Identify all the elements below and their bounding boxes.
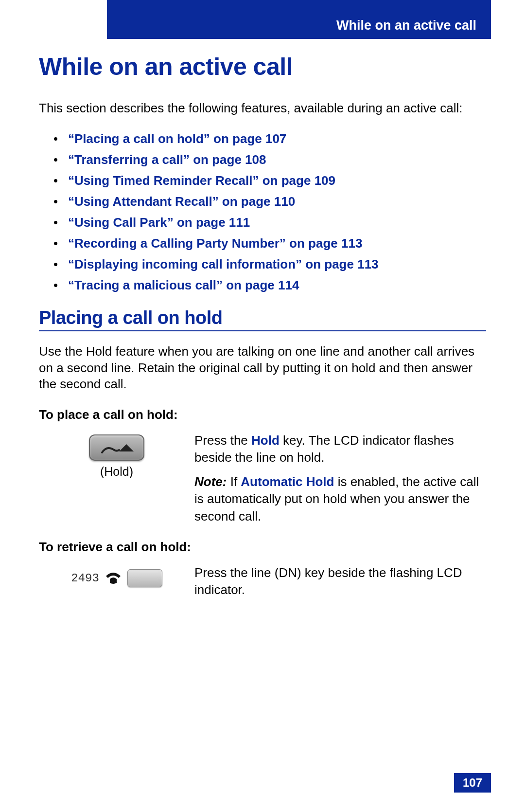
toc-link[interactable]: “Transferring a call” on page 108 <box>53 152 486 167</box>
toc-link[interactable]: “Displaying incoming call information” o… <box>53 257 486 272</box>
retrieve-heading: To retrieve a call on hold: <box>39 540 486 555</box>
page-number: 107 <box>454 773 491 793</box>
page-title: While on an active call <box>39 53 486 81</box>
hold-key-illustration: (Hold) <box>39 432 194 479</box>
dn-number: 2493 <box>71 572 99 585</box>
section-heading: Placing a call on hold <box>39 307 486 331</box>
hold-key-icon <box>89 434 144 461</box>
place-heading: To place a call on hold: <box>39 407 486 422</box>
toc-link[interactable]: “Using Call Park” on page 111 <box>53 215 486 230</box>
place-text: Press the Hold key. The LCD indicator fl… <box>194 432 486 524</box>
dn-key-illustration: 2493 <box>39 564 194 587</box>
retrieve-text: Press the line (DN) key beside the flash… <box>194 564 486 598</box>
toc-link[interactable]: “Recording a Calling Party Number” on pa… <box>53 236 486 251</box>
toc-link[interactable]: “Tracing a malicious call” on page 114 <box>53 278 486 293</box>
place-text-pre: Press the <box>194 433 251 448</box>
toc-links: “Placing a call on hold” on page 107 “Tr… <box>39 131 486 293</box>
auto-hold-keyword: Automatic Hold <box>241 474 334 489</box>
dn-key-icon <box>127 569 162 587</box>
hold-caption: (Hold) <box>39 465 194 479</box>
page-content: While on an active call This section des… <box>39 53 486 613</box>
toc-link[interactable]: “Using Attendant Recall” on page 110 <box>53 194 486 209</box>
toc-link[interactable]: “Placing a call on hold” on page 107 <box>53 131 486 146</box>
hold-glyph-icon <box>90 435 143 460</box>
phone-icon <box>105 571 122 585</box>
intro-text: This section describes the following fea… <box>39 100 486 117</box>
header-tab: While on an active call <box>107 0 491 39</box>
hold-keyword: Hold <box>251 433 280 448</box>
header-tab-title: While on an active call <box>336 18 476 33</box>
note-label: Note: <box>194 474 227 489</box>
place-note: Note: If Automatic Hold is enabled, the … <box>194 473 486 524</box>
toc-link[interactable]: “Using Timed Reminder Recall” on page 10… <box>53 173 486 188</box>
section-para: Use the Hold feature when you are talkin… <box>39 343 486 393</box>
retrieve-step: 2493 Press the line (DN) key beside the … <box>39 564 486 598</box>
place-step: (Hold) Press the Hold key. The LCD indic… <box>39 432 486 524</box>
note-pre: If <box>227 474 241 489</box>
